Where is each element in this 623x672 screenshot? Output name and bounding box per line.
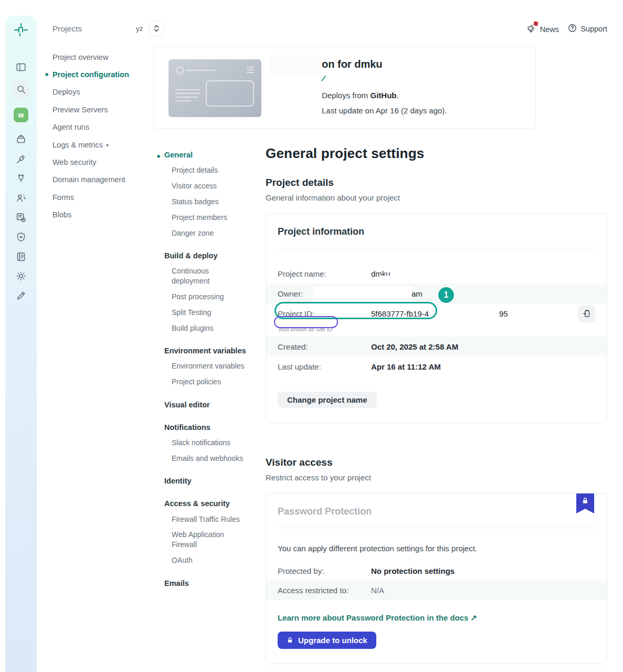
password-protection-card: Password Protection You can apply differ… [266,493,607,664]
forms-icon[interactable] [13,209,29,226]
settings-nav-firewall-traffic-rules[interactable]: Firewall Traffic Rules [157,511,248,527]
avatar: w [14,108,28,122]
app-rail: w [5,16,37,672]
settings-nav-access-security[interactable]: Access & security [157,496,248,511]
settings-nav-slack-notifications[interactable]: Slack notifications [157,435,248,451]
members-icon[interactable] [13,190,29,206]
settings-nav: ◆General Project details Visitor access … [157,147,248,591]
settings-nav-build-plugins[interactable]: Build plugins [157,320,248,336]
chevron-down-icon: ▾ [106,142,109,148]
settings-nav-split-testing[interactable]: Split Testing [157,304,248,320]
project-summary-card: on for dmku Deploys from GitHub. Last up… [153,46,536,129]
owner-value-partial: am [411,289,423,298]
settings-nav-project-members[interactable]: Project members [157,209,248,225]
sidebar-item-project-overview[interactable]: Project overview [52,48,147,66]
redaction-box [313,286,411,302]
projects-breadcrumb[interactable]: Projects [52,24,82,34]
audit-log-icon[interactable] [13,248,29,265]
settings-gear-icon[interactable] [13,268,29,285]
visitor-access-heading: Visitor access [266,457,607,468]
project-id-tail: 95 [499,309,508,318]
project-id-value: 5f683777-fb19-4 [371,309,429,318]
settings-nav-web-application-firewall[interactable]: Web Application Firewall [157,527,239,553]
created-value: Oct 20, 2025 at 2:58 AM [371,342,458,351]
visitor-access-subtitle: Restrict access to your project [266,473,607,482]
last-update-line: Last update on Apr 16 (2 days ago). [322,106,447,115]
access-restricted-value: N/A [371,586,384,595]
sidebar-item-preview-servers[interactable]: Preview Servers [52,101,147,118]
team-switcher-button[interactable] [149,20,164,36]
lock-icon [582,497,589,505]
netlify-logo-icon[interactable] [13,22,29,38]
project-thumbnail [168,59,261,117]
settings-nav-general[interactable]: ◆General [157,147,248,163]
security-icon[interactable] [13,229,29,246]
sidebar-item-forms[interactable]: Forms [52,188,147,206]
annotation-badge-1: 1 [438,287,454,303]
project-details-heading: Project details [266,177,607,188]
settings-nav-status-badges[interactable]: Status badges [157,194,248,210]
settings-nav-visitor-access[interactable]: Visitor access [157,178,248,194]
settings-nav-project-details[interactable]: Project details [157,163,248,178]
protected-by-value: No protection settings [371,566,455,575]
megaphone-icon [526,23,537,35]
news-label: News [540,25,559,34]
row-project-name: Project name: dmku [278,264,595,284]
row-project-id: Project ID: 5f683777-fb19-4 95 [278,303,595,323]
help-icon [567,23,577,35]
settings-nav-identity[interactable]: Identity [157,473,248,489]
settings-nav-environment-variables-group[interactable]: Environment variables [157,343,248,359]
settings-nav-project-policies[interactable]: Project policies [157,374,248,390]
workspace-avatar[interactable]: w [13,107,29,123]
sidebar-item-blobs[interactable]: Blobs [52,206,147,224]
deploy-source[interactable]: GitHub [371,91,397,100]
settings-nav-danger-zone[interactable]: Danger zone [157,225,248,241]
support-label: Support [580,25,607,33]
row-last-update: Last update: Apr 16 at 11:12 AM [278,356,595,376]
active-diamond-icon: ◆ [157,154,160,159]
password-protection-description: You can apply different protection setti… [278,544,595,553]
site-id-note-row: Also known as Site ID [278,323,595,337]
settings-nav-emails-webhooks[interactable]: Emails and webhooks [157,450,248,466]
settings-nav-emails[interactable]: Emails [157,575,248,591]
copy-icon [582,309,591,318]
row-access-restricted: Access restricted to: N/A [266,581,607,600]
settings-nav-visual-editor[interactable]: Visual editor [157,397,248,413]
project-title-partial: on for dmku [322,58,383,70]
row-created: Created: Oct 20, 2025 at 2:58 AM [266,337,607,356]
sidebar-item-project-configuration[interactable]: ◆Project configuration [52,66,147,83]
change-project-name-button[interactable]: Change project name [278,392,377,408]
deploys-from-line: Deploys from GitHub. [322,91,399,100]
last-update-value: Apr 16 at 11:12 AM [371,362,441,371]
sidebar-item-web-security[interactable]: Web security [52,153,147,171]
settings-nav-post-processing[interactable]: Post processing [157,289,248,305]
sidebar-item-logs-metrics[interactable]: Logs & metrics▾ [52,136,147,153]
settings-nav-continuous-deployment[interactable]: Continuous deployment [157,264,241,289]
sidebar-item-agent-runs[interactable]: Agent runs [52,119,147,136]
sort-chevrons-icon [153,24,160,33]
sidebar-item-domain-management[interactable]: Domain management [52,171,147,188]
settings-nav-build-deploy[interactable]: Build & deploy [157,248,248,264]
main-content: General project settings Project details… [266,145,607,664]
active-diamond-icon: ◆ [45,72,48,77]
search-icon[interactable] [13,81,29,98]
redaction-box [270,55,321,74]
settings-nav-notifications[interactable]: Notifications [157,419,248,435]
extensions-icon[interactable] [13,170,29,186]
compose-icon[interactable] [13,287,29,304]
row-owner: Owner: am [266,284,607,303]
build-tools-icon[interactable] [13,151,29,167]
project-information-title: Project information [278,226,595,248]
password-protection-docs-link[interactable]: Learn more about Password Protection in … [278,613,477,623]
sidebar-item-deploys[interactable]: Deploys [52,83,147,101]
team-name-redacted: yz [136,25,143,33]
news-button[interactable]: News [526,23,559,35]
redacted-link-fragment [321,76,329,84]
settings-nav-environment-variables[interactable]: Environment variables [157,359,248,374]
upgrade-to-unlock-button[interactable]: Upgrade to unlock [278,632,376,649]
support-button[interactable]: Support [567,23,607,35]
storage-icon[interactable] [13,131,29,148]
copy-project-id-button[interactable] [578,305,595,322]
sidebar-toggle-icon[interactable] [13,59,29,76]
settings-nav-oauth[interactable]: OAuth [157,553,248,569]
